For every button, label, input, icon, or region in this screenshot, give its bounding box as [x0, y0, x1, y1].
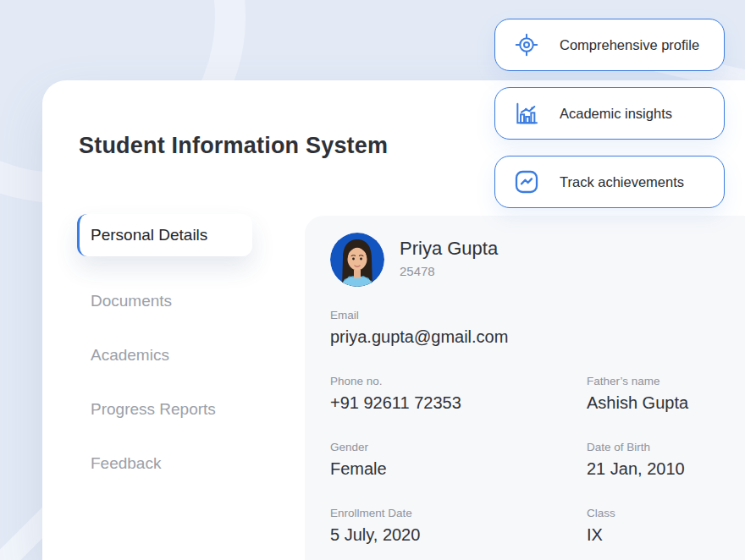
- sidebar: Personal Details Documents Academics Pro…: [77, 214, 289, 473]
- badge-academic-insights[interactable]: Academic insights: [494, 87, 725, 140]
- field-label: Phone no.: [330, 375, 587, 387]
- field-value: IX: [587, 525, 745, 545]
- page-title: Student Information System: [79, 133, 388, 159]
- field-label: Email: [330, 309, 745, 321]
- field-value: Ashish Gupta: [587, 393, 745, 413]
- badge-label: Track achievements: [560, 174, 684, 190]
- sidebar-item-feedback[interactable]: Feedback: [91, 454, 289, 473]
- sidebar-item-personal-details[interactable]: Personal Details: [77, 214, 252, 256]
- feature-badges: Comprehensive profile Academic insights: [494, 19, 725, 224]
- bar-chart-icon: [512, 99, 541, 128]
- page-background: Student Information System Personal Deta…: [0, 0, 745, 560]
- field-label: Father’s name: [587, 375, 745, 387]
- sidebar-item-progress-reports[interactable]: Progress Reports: [91, 400, 289, 419]
- field-label: Date of Birth: [587, 441, 745, 453]
- target-icon: [512, 30, 541, 59]
- field-value: Female: [330, 459, 587, 479]
- field-father-name: Father’s name Ashish Gupta: [587, 375, 745, 413]
- field-class: Class IX: [587, 507, 745, 545]
- badge-track-achievements[interactable]: Track achievements: [494, 156, 725, 208]
- trend-line-icon: [512, 167, 541, 196]
- field-gender: Gender Female: [330, 441, 587, 479]
- field-label: Class: [587, 507, 745, 519]
- sidebar-item-label: Personal Details: [91, 226, 207, 244]
- badge-label: Comprehensive profile: [560, 37, 699, 53]
- student-avatar: [330, 233, 384, 287]
- sidebar-item-documents[interactable]: Documents: [91, 292, 289, 310]
- field-value: 21 Jan, 2010: [587, 459, 745, 479]
- student-name: Priya Gupta: [400, 238, 498, 260]
- field-value: 5 July, 2020: [330, 525, 587, 545]
- sidebar-item-academics[interactable]: Academics: [91, 346, 289, 365]
- field-phone: Phone no. +91 92611 72353: [330, 375, 587, 413]
- field-value: +91 92611 72353: [330, 393, 587, 413]
- field-label: Gender: [330, 441, 587, 453]
- field-email: Email priya.gupta@gmail.com: [330, 309, 745, 347]
- field-date-of-birth: Date of Birth 21 Jan, 2010: [587, 441, 745, 479]
- field-label: Enrollment Date: [330, 507, 587, 519]
- profile-name-block: Priya Gupta 25478: [400, 233, 498, 278]
- badge-label: Academic insights: [560, 106, 672, 122]
- field-value: priya.gupta@gmail.com: [330, 327, 745, 347]
- badge-comprehensive-profile[interactable]: Comprehensive profile: [494, 19, 725, 71]
- profile-header: Priya Gupta 25478: [330, 233, 745, 287]
- field-enrollment-date: Enrollment Date 5 July, 2020: [330, 507, 587, 545]
- student-id: 25478: [400, 264, 498, 278]
- student-fields: Email priya.gupta@gmail.com Phone no. +9…: [330, 309, 745, 545]
- details-panel: Priya Gupta 25478 Email priya.gupta@gmai…: [305, 216, 745, 560]
